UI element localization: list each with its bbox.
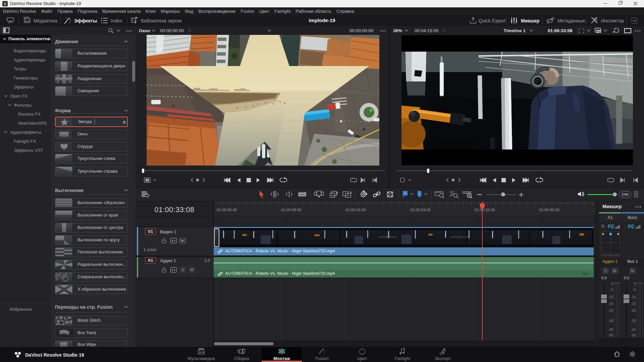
svg-text:AUTOMATICA: AUTOMATICA xyxy=(450,235,470,239)
svg-text:HQ: HQ xyxy=(597,30,601,33)
svg-text:AUTOMATICA: AUTOMATICA xyxy=(378,235,397,239)
